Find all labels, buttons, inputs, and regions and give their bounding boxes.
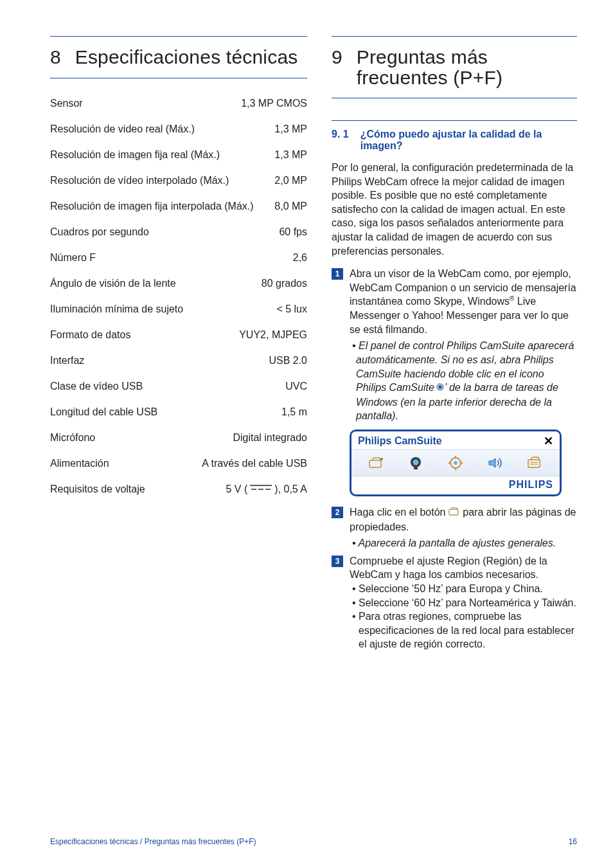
spec-row: InterfazUSB 2.0	[50, 355, 307, 366]
camsuite-panel: Philips CamSuite ✕ PHILIPS	[350, 429, 562, 496]
footer-page-number: 16	[569, 837, 577, 846]
spec-list: Sensor1,3 MP CMOS Resolución de video re…	[50, 98, 307, 496]
svg-rect-20	[449, 509, 458, 515]
spec-value: 1,3 MP CMOS	[241, 98, 307, 109]
spec-row: Resolución de imagen fija real (Máx.)1,3…	[50, 149, 307, 161]
spec-row: Resolución de video real (Máx.)1,3 MP	[50, 123, 307, 135]
step3-bullet: • Para otras regiones, compruebe las esp…	[350, 610, 577, 651]
spec-value: < 5 lux	[276, 303, 307, 315]
spec-value: 1,3 MP	[274, 149, 307, 161]
section-heading: 8 Especificaciones técnicas	[50, 43, 307, 74]
rule	[332, 36, 577, 37]
spec-label: Iluminación mínima de sujeto	[50, 303, 263, 315]
properties-icon[interactable]	[524, 454, 546, 472]
svg-rect-6	[369, 460, 381, 467]
spec-row: MicrófonoDigital integrado	[50, 432, 307, 444]
step3-bullet: • Seleccione ‘60 Hz’ para Norteamérica y…	[350, 596, 577, 610]
spec-row: Resolución de imagen fija interpolada (M…	[50, 201, 307, 212]
rule	[50, 36, 307, 37]
spec-row: Ángulo de visión de la lente80 grados	[50, 278, 307, 289]
spec-label: Micrófono	[50, 432, 220, 444]
rule	[50, 78, 307, 78]
spec-value: 60 fps	[279, 226, 307, 238]
spec-value: 2,0 MP	[274, 175, 307, 186]
spec-label: Alimentación	[50, 458, 189, 469]
spec-row: Formato de datosYUY2, MJPEG	[50, 329, 307, 341]
spec-row: Resolución de vídeo interpolado (Máx.)2,…	[50, 175, 307, 186]
step-body: Compruebe el ajuste Region (Región) de l…	[350, 554, 577, 651]
spec-label: Resolución de imagen fija real (Máx.)	[50, 149, 262, 161]
spec-value: YUY2, MJPEG	[239, 329, 307, 341]
page-footer: Especificaciones técnicas / Preguntas má…	[50, 837, 577, 846]
spec-value: 1,5 m	[281, 406, 307, 418]
dc-symbol-icon	[250, 482, 272, 494]
section-heading: 9 Preguntas más frecuentes (P+F)	[332, 43, 577, 94]
spec-label: Cuadros por segundo	[50, 226, 266, 238]
step1-note: • El panel de control Philips CamSuite a…	[350, 339, 577, 423]
step1-text-a: Abra un visor de la WebCam como, por eje…	[350, 268, 576, 307]
section-title: Preguntas más frecuentes (P+F)	[357, 47, 577, 87]
rule	[332, 120, 577, 121]
step2-note: • Aparecerá la pantalla de ajustes gener…	[350, 536, 577, 550]
spec-label: Interfaz	[50, 355, 256, 366]
spec-row: Iluminación mínima de sujeto< 5 lux	[50, 303, 307, 315]
svg-point-7	[380, 458, 383, 460]
spec-label: Formato de datos	[50, 329, 226, 341]
close-icon[interactable]: ✕	[544, 434, 553, 448]
spec-value: UVC	[285, 381, 307, 392]
svg-point-12	[454, 461, 458, 465]
audio-settings-icon[interactable]	[484, 454, 506, 472]
voltage-pre: 5 V (	[226, 484, 248, 494]
camsuite-title: Philips CamSuite	[358, 435, 442, 447]
section-title: Especificaciones técnicas	[75, 47, 298, 68]
step-body: Haga clic en el botón para abrir las pág…	[350, 505, 577, 550]
subsection-title: ¿Cómo puedo ajustar la calidad de la ima…	[360, 129, 577, 152]
image-settings-icon[interactable]	[445, 454, 466, 472]
spec-label: Resolución de video real (Máx.)	[50, 123, 262, 135]
effects-icon[interactable]	[366, 454, 387, 472]
spec-label: Longitud del cable USB	[50, 406, 269, 418]
section-tech-specs: 8 Especificaciones técnicas Sensor1,3 MP…	[50, 36, 307, 655]
spec-label: Ángulo de visión de la lente	[50, 278, 249, 289]
section-faq: 9 Preguntas más frecuentes (P+F) 9. 1 ¿C…	[332, 36, 577, 655]
section-number: 9	[332, 47, 342, 68]
step-number-chip: 3	[332, 556, 343, 567]
spec-label: Número F	[50, 252, 280, 264]
step-2: 2 Haga clic en el botón para abrir las p…	[332, 505, 577, 550]
spec-row: Número F2,6	[50, 252, 307, 264]
spec-label: Clase de vídeo USB	[50, 381, 272, 392]
spec-row: Requisitos de voltaje 5 V (), 0,5 A	[50, 484, 307, 496]
voltage-post: ), 0,5 A	[274, 484, 307, 494]
spec-row: Cuadros por segundo60 fps	[50, 226, 307, 238]
spec-row: AlimentaciónA través del cable USB	[50, 458, 307, 469]
svg-point-5	[439, 386, 442, 389]
intro-paragraph: Por lo general, la configuración predete…	[332, 161, 577, 258]
spec-value: 8,0 MP	[274, 201, 307, 212]
spec-row: Sensor1,3 MP CMOS	[50, 98, 307, 109]
camsuite-titlebar: Philips CamSuite ✕	[351, 431, 560, 449]
spec-label: Requisitos de voltaje	[50, 484, 213, 495]
spec-value: Digital integrado	[233, 432, 307, 444]
camsuite-brand: PHILIPS	[351, 476, 560, 494]
section-number: 8	[50, 47, 61, 68]
spec-row: Longitud del cable USB1,5 m	[50, 406, 307, 418]
spec-value: 1,3 MP	[274, 123, 307, 135]
spec-value: A través del cable USB	[202, 458, 307, 469]
spec-value: 2,6	[293, 252, 307, 264]
svg-rect-17	[528, 460, 540, 467]
subsection-heading: 9. 1 ¿Cómo puedo ajustar la calidad de l…	[332, 129, 577, 152]
properties-button-icon	[449, 506, 460, 520]
spec-value: 80 grados	[262, 278, 307, 289]
step2-text-a: Haga clic en el botón	[350, 507, 449, 518]
svg-point-9	[413, 459, 419, 465]
webcam-icon[interactable]	[405, 454, 427, 472]
spec-value: 5 V (), 0,5 A	[226, 484, 308, 496]
step-number-chip: 2	[332, 507, 343, 518]
step3-text: Compruebe el ajuste Region (Región) de l…	[350, 556, 547, 581]
camsuite-tray-icon	[440, 381, 445, 395]
step-number-chip: 1	[332, 268, 343, 280]
camsuite-toolbar	[351, 449, 560, 476]
spec-label: Resolución de imagen fija interpolada (M…	[50, 201, 262, 212]
subsection-number: 9. 1	[332, 129, 349, 152]
step-1: 1 Abra un visor de la WebCam como, por e…	[332, 267, 577, 423]
